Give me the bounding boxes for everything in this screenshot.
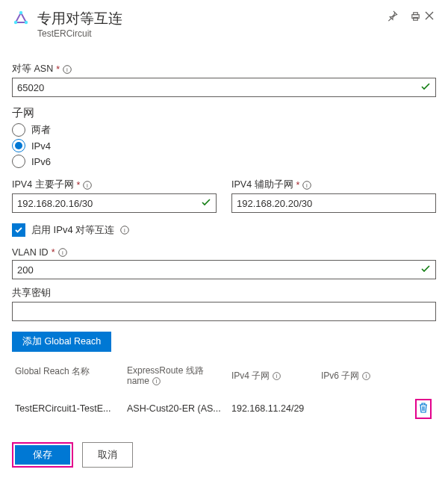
th-circuit: ExpressRoute 线路 name i: [127, 365, 231, 387]
ipv4-secondary-label: IPV4 辅助子网: [231, 179, 293, 191]
table-row: TestERCircuit1-TestE... ASH-Cust20-ER (A…: [12, 393, 436, 425]
info-icon[interactable]: i: [83, 181, 92, 190]
cell-name: TestERCircuit1-TestE...: [15, 403, 127, 414]
vlan-id-input[interactable]: [17, 264, 417, 276]
info-icon[interactable]: i: [362, 372, 370, 380]
blade-title: 专用对等互连: [37, 9, 379, 28]
radio-both[interactable]: 两者: [12, 123, 436, 137]
check-icon: [201, 197, 211, 210]
ipv4-primary-field: IPV4 主要子网 * i: [12, 179, 217, 213]
svg-point-0: [19, 11, 22, 14]
info-icon[interactable]: i: [152, 377, 161, 385]
enable-ipv4-label: 启用 IPv4 对等互连: [31, 223, 114, 237]
radio-ipv4[interactable]: IPv4: [12, 139, 436, 152]
ipv4-secondary-field: IPV4 辅助子网 * i: [231, 179, 436, 213]
add-global-reach-button[interactable]: 添加 Global Reach: [12, 332, 111, 352]
th-ipv6: IPv6 子网 i: [321, 365, 388, 387]
ipv4-primary-input[interactable]: [17, 198, 198, 209]
enable-ipv4-checkbox-row[interactable]: 启用 IPv4 对等互连 i: [12, 223, 436, 237]
check-icon: [420, 264, 431, 276]
highlight-box: [415, 399, 432, 419]
vlan-id-label: VLAN ID: [12, 247, 49, 258]
peer-asn-field: 对等 ASN * i: [12, 63, 436, 97]
peer-asn-input-wrap[interactable]: [12, 78, 436, 97]
required-mark: *: [56, 64, 60, 75]
table-header: Global Reach 名称 ExpressRoute 线路 name i I…: [12, 359, 436, 393]
svg-text:i: i: [62, 249, 63, 256]
global-reach-table: Global Reach 名称 ExpressRoute 线路 name i I…: [12, 359, 436, 425]
peer-asn-input[interactable]: [17, 82, 417, 93]
ipv4-primary-input-wrap[interactable]: [12, 193, 217, 213]
ipv4-secondary-input-wrap[interactable]: [231, 193, 436, 213]
svg-text:i: i: [307, 182, 308, 189]
peer-asn-label: 对等 ASN: [12, 63, 53, 75]
svg-text:i: i: [276, 373, 278, 379]
svg-text:i: i: [124, 227, 125, 234]
cell-circuit: ASH-Cust20-ER (AS...: [127, 403, 231, 414]
checkbox-checked-icon[interactable]: [12, 223, 25, 237]
svg-text:i: i: [366, 373, 367, 379]
shared-key-input[interactable]: [17, 306, 431, 317]
save-button[interactable]: 保存: [15, 445, 70, 465]
check-icon: [420, 81, 431, 94]
vlan-id-input-wrap[interactable]: [12, 260, 436, 279]
info-icon[interactable]: i: [58, 248, 67, 257]
svg-point-2: [14, 21, 17, 24]
info-icon[interactable]: i: [120, 226, 129, 235]
th-name: Global Reach 名称: [15, 365, 127, 387]
blade-header: 专用对等互连 TestERCircuit: [0, 0, 448, 45]
ipv4-secondary-input[interactable]: [237, 198, 431, 209]
blade-subtitle: TestERCircuit: [37, 28, 379, 39]
svg-text:i: i: [156, 378, 158, 385]
vlan-id-field: VLAN ID * i: [12, 247, 436, 279]
svg-point-1: [25, 21, 28, 24]
shared-key-input-wrap[interactable]: [12, 302, 436, 321]
cancel-button[interactable]: 取消: [82, 442, 133, 468]
delete-icon[interactable]: [418, 402, 429, 416]
svg-rect-4: [414, 13, 418, 15]
subnet-radio-group: 两者 IPv4 IPv6: [12, 123, 436, 168]
info-icon[interactable]: i: [302, 181, 311, 190]
shared-key-field: 共享密钥: [12, 287, 436, 321]
ipv4-primary-label: IPV4 主要子网: [12, 179, 74, 191]
cell-ipv4: 192.168.11.24/29: [231, 403, 321, 414]
close-icon[interactable]: [423, 9, 436, 22]
th-ipv4: IPv4 子网 i: [231, 365, 321, 387]
print-icon[interactable]: [408, 9, 423, 23]
footer: 保存 取消: [0, 432, 145, 478]
info-icon[interactable]: i: [273, 372, 281, 380]
radio-ipv6[interactable]: IPv6: [12, 155, 436, 168]
highlight-box: 保存: [12, 442, 73, 468]
subnet-section-title: 子网: [12, 106, 436, 120]
pin-icon[interactable]: [385, 9, 399, 23]
info-icon[interactable]: i: [63, 65, 72, 74]
svg-text:i: i: [66, 66, 68, 73]
svg-text:i: i: [87, 182, 89, 189]
peering-icon: [12, 10, 30, 28]
shared-key-label: 共享密钥: [12, 287, 51, 300]
